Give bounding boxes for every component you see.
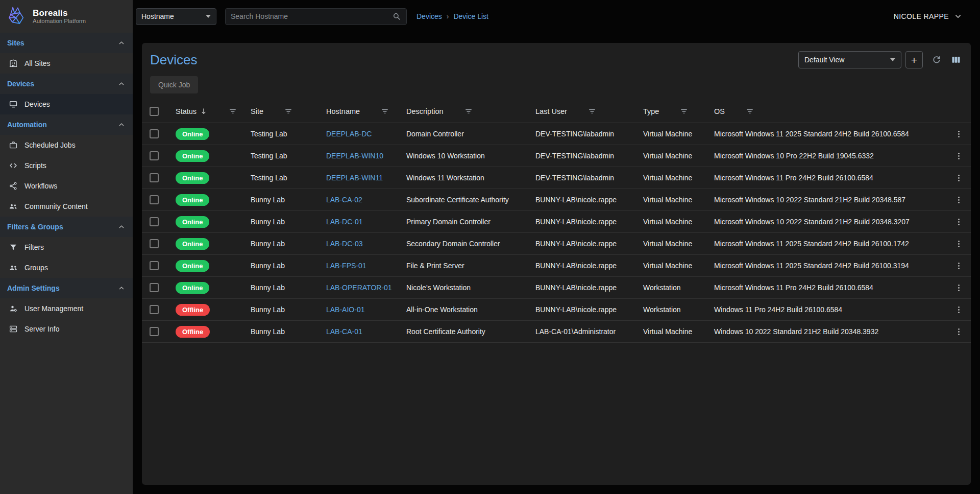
sort-desc-icon[interactable] [200, 107, 208, 115]
breadcrumb-device-list[interactable]: Device List [453, 12, 488, 20]
last-user-cell: DEV-TESTING\labadmin [526, 130, 634, 138]
hostname-cell: LAB-CA-01 [317, 327, 397, 336]
row-menu-button[interactable] [954, 129, 964, 139]
search-input[interactable] [231, 12, 392, 20]
sidebar-section-label: Admin Settings [7, 284, 60, 292]
sidebar-section-sites[interactable]: Sites [0, 33, 133, 53]
chevron-up-icon [117, 39, 126, 47]
search-box [225, 8, 407, 25]
filter-list-icon[interactable] [745, 107, 754, 116]
row-checkbox[interactable] [150, 195, 159, 204]
type-cell: Workstation [634, 305, 705, 314]
sidebar-item-label: User Management [24, 304, 83, 313]
sidebar-section-automation[interactable]: Automation [0, 114, 133, 135]
hostname-link[interactable]: LAB-FPS-01 [326, 262, 366, 270]
table-row: OnlineTesting LabDEEPLAB-DCDomain Contro… [142, 123, 971, 145]
sidebar-item-user-management[interactable]: User Management [0, 298, 133, 319]
row-checkbox[interactable] [150, 305, 159, 314]
row-checkbox[interactable] [150, 151, 159, 160]
row-menu-button[interactable] [954, 151, 964, 161]
hostname-link[interactable]: LAB-CA-01 [326, 327, 362, 336]
row-menu-button[interactable] [954, 217, 964, 227]
description-cell: All-in-One Workstation [397, 305, 526, 314]
column-header-lastuser[interactable]: Last User [526, 107, 634, 116]
sidebar-item-community-content[interactable]: Community Content [0, 196, 133, 217]
row-checkbox[interactable] [150, 239, 159, 248]
user-menu[interactable]: NICOLE RAPPE [894, 12, 963, 21]
hostname-cell: LAB-OPERATOR-01 [317, 284, 397, 292]
column-header-type[interactable]: Type [634, 107, 705, 116]
add-view-button[interactable]: + [905, 51, 923, 68]
row-actions-cell [946, 239, 971, 249]
row-menu-button[interactable] [954, 173, 964, 183]
sidebar-item-scheduled-jobs[interactable]: Scheduled Jobs [0, 135, 133, 155]
sidebar-item-label: Scripts [24, 161, 46, 170]
row-menu-button[interactable] [954, 261, 964, 271]
hostname-link[interactable]: LAB-AIO-01 [326, 305, 364, 314]
sidebar-item-devices[interactable]: Devices [0, 94, 133, 114]
column-header-site[interactable]: Site [241, 107, 317, 116]
devices-icon [8, 100, 18, 109]
filter-list-icon[interactable] [228, 107, 237, 116]
sidebar-item-label: Server Info [24, 325, 59, 333]
row-menu-button[interactable] [954, 239, 964, 249]
row-checkbox[interactable] [150, 129, 159, 138]
select-all-checkbox[interactable] [150, 107, 159, 116]
row-menu-button[interactable] [954, 195, 964, 205]
os-cell: Microsoft Windows 11 2025 Standard 24H2 … [705, 130, 946, 138]
filter-list-icon[interactable] [464, 107, 473, 116]
breadcrumb-devices[interactable]: Devices [416, 12, 442, 20]
row-actions-cell [946, 305, 971, 315]
row-checkbox[interactable] [150, 283, 159, 292]
column-header-status[interactable]: Status [166, 107, 241, 116]
column-label: Description [406, 107, 444, 115]
column-header-description[interactable]: Description [397, 107, 526, 116]
status-badge: Offline [176, 304, 210, 316]
hostname-link[interactable]: DEEPLAB-WIN10 [326, 152, 383, 160]
columns-icon[interactable] [949, 53, 963, 66]
search-field-selector[interactable]: Hostname [136, 8, 216, 25]
sidebar-item-scripts[interactable]: Scripts [0, 155, 133, 176]
row-checkbox[interactable] [150, 327, 159, 336]
status-cell: Online [166, 282, 241, 294]
filter-list-icon[interactable] [380, 107, 389, 116]
sidebar-section-label: Devices [7, 80, 34, 88]
hostname-link[interactable]: LAB-CA-02 [326, 196, 362, 204]
row-menu-button[interactable] [954, 305, 964, 315]
view-selector[interactable]: Default View [798, 51, 901, 68]
sidebar-item-server-info[interactable]: Server Info [0, 319, 133, 339]
filter-list-icon[interactable] [284, 107, 293, 116]
hostname-link[interactable]: LAB-OPERATOR-01 [326, 284, 392, 292]
filter-list-icon[interactable] [679, 107, 689, 116]
row-checkbox[interactable] [150, 217, 159, 226]
quick-job-button[interactable]: Quick Job [150, 76, 198, 93]
hostname-link[interactable]: LAB-DC-03 [326, 240, 363, 248]
sidebar-item-groups[interactable]: Groups [0, 257, 133, 278]
sidebar-section-filters-groups[interactable]: Filters & Groups [0, 217, 133, 237]
description-cell: Windows 11 Workstation [397, 174, 526, 182]
row-checkbox[interactable] [150, 173, 159, 182]
sidebar-section-devices[interactable]: Devices [0, 74, 133, 94]
logo-text: Borealis Automation Platform [33, 8, 86, 25]
row-menu-button[interactable] [954, 283, 964, 293]
status-cell: Online [166, 216, 241, 228]
row-actions-cell [946, 283, 971, 293]
chevron-down-icon [206, 15, 211, 18]
filter-list-icon[interactable] [587, 107, 597, 116]
hostname-link[interactable]: DEEPLAB-WIN11 [326, 174, 383, 182]
row-menu-button[interactable] [954, 327, 964, 337]
sidebar-section-admin-settings[interactable]: Admin Settings [0, 278, 133, 298]
sidebar-item-workflows[interactable]: Workflows [0, 176, 133, 196]
search-icon[interactable] [392, 12, 401, 21]
hostname-link[interactable]: DEEPLAB-DC [326, 130, 372, 138]
sidebar-item-all-sites[interactable]: All Sites [0, 53, 133, 74]
column-header-hostname[interactable]: Hostname [317, 107, 397, 116]
status-cell: Online [166, 172, 241, 184]
hostname-link[interactable]: LAB-DC-01 [326, 218, 363, 226]
status-badge: Online [176, 150, 209, 162]
refresh-icon[interactable] [930, 53, 943, 66]
column-header-os[interactable]: OS [705, 107, 946, 116]
row-check-cell [142, 217, 166, 226]
sidebar-item-filters[interactable]: Filters [0, 237, 133, 257]
row-checkbox[interactable] [150, 261, 159, 270]
